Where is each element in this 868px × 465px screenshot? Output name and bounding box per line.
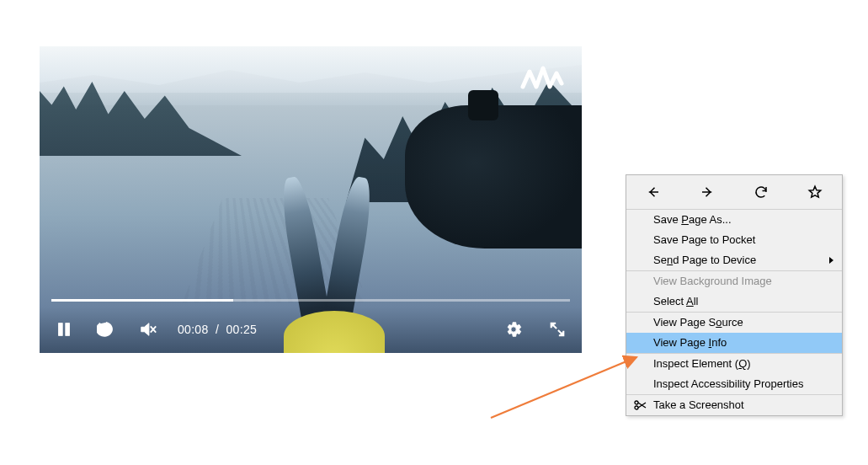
context-menu-nav: [626, 175, 842, 209]
context-menu: Save Page As...Save Page to PocketSend P…: [626, 174, 843, 416]
menu-item-send-page-to-device[interactable]: Send Page to Device: [626, 250, 842, 270]
menu-item-view-background-image: View Background Image: [626, 271, 842, 291]
nav-bookmark-button[interactable]: [805, 182, 825, 202]
video-player[interactable]: 10 00:08 / 00:25: [40, 46, 582, 353]
menu-item-take-a-screenshot[interactable]: Take a Screenshot: [626, 395, 842, 415]
progress-fill: [51, 299, 233, 302]
menu-item-inspect-accessibility-properties[interactable]: Inspect Accessibility Properties: [626, 374, 842, 394]
svg-rect-0: [59, 323, 63, 336]
mute-button[interactable]: [136, 317, 161, 342]
annotation-arrow: [487, 349, 647, 428]
menu-item-view-page-source[interactable]: View Page Source: [626, 313, 842, 333]
pause-button[interactable]: [51, 317, 77, 342]
video-controls: 10 00:08 / 00:25: [40, 292, 582, 353]
nav-forward-button[interactable]: [697, 182, 717, 202]
menu-item-save-page-to-pocket[interactable]: Save Page to Pocket: [626, 230, 842, 250]
video-dark-object: [405, 105, 582, 249]
settings-button[interactable]: [501, 317, 526, 342]
menu-item-select-all[interactable]: Select All: [626, 291, 842, 312]
video-watermark: [519, 61, 565, 102]
fullscreen-button[interactable]: [545, 317, 570, 342]
current-time: 00:08: [178, 323, 209, 336]
svg-text:10: 10: [102, 327, 109, 334]
nav-reload-button[interactable]: [751, 182, 771, 202]
svg-rect-1: [66, 323, 70, 336]
time-display: 00:08 / 00:25: [178, 323, 257, 336]
nav-back-button[interactable]: [643, 182, 663, 202]
duration: 00:25: [226, 323, 258, 336]
menu-item-view-page-info[interactable]: View Page Info: [626, 333, 842, 353]
svg-line-7: [491, 357, 636, 418]
skip-back-10-button[interactable]: 10: [93, 317, 119, 342]
time-separator: /: [212, 323, 226, 336]
menu-item-inspect-element-q[interactable]: Inspect Element (Q): [626, 354, 842, 374]
progress-bar[interactable]: [51, 299, 570, 302]
menu-item-save-page-as[interactable]: Save Page As...: [626, 210, 842, 230]
